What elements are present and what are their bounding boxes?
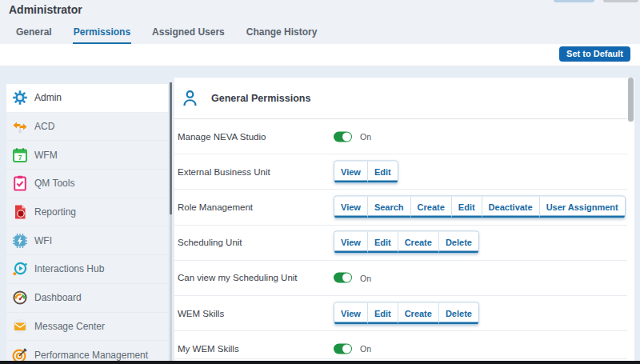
sidebar-item-interactions-hub[interactable]: Interactions Hub <box>6 255 168 284</box>
toggle-switch-on[interactable] <box>334 343 352 354</box>
performance-target-icon <box>12 347 28 361</box>
tab-bar: GeneralPermissionsAssigned UsersChange H… <box>15 25 318 45</box>
gear-icon <box>12 90 28 106</box>
permission-controls: On <box>334 343 371 354</box>
permission-button-group: ViewEdit <box>334 160 398 183</box>
sidebar-item-qm-tools[interactable]: QM Tools <box>6 170 168 198</box>
permission-button-view[interactable]: View <box>334 232 368 254</box>
partial-top-button-gray[interactable] <box>603 0 638 2</box>
partial-top-button-blue[interactable] <box>554 0 594 2</box>
permission-button-view[interactable]: View <box>334 161 368 182</box>
permission-label: External Business Unit <box>178 167 270 177</box>
toggle-state-label: On <box>360 344 371 354</box>
permission-button-search[interactable]: Search <box>368 196 411 218</box>
section-title: General Permissions <box>211 93 310 104</box>
permission-button-group: ViewEditCreateDelete <box>334 231 479 254</box>
person-icon <box>182 90 198 106</box>
permission-button-edit[interactable]: Edit <box>368 232 398 254</box>
sidebar-item-label: Performance Management <box>34 350 148 361</box>
page-title: Administrator <box>9 3 82 16</box>
permission-rows: Manage NEVA StudioOnExternal Business Un… <box>174 119 627 364</box>
toggle-switch-on[interactable] <box>334 131 352 142</box>
permission-button-view[interactable]: View <box>334 196 368 218</box>
permission-row-role-management: Role ManagementViewSearchCreateEditDeact… <box>174 190 627 225</box>
dashboard-gauge-icon <box>12 290 28 306</box>
tab-change-history[interactable]: Change History <box>246 25 318 45</box>
tab-general[interactable]: General <box>15 25 53 45</box>
wfi-chip-icon <box>12 233 28 249</box>
sidebar-item-wfm[interactable]: 7WFM <box>6 141 168 170</box>
permission-row-scheduling-unit: Scheduling UnitViewEditCreateDelete <box>174 226 627 261</box>
tab-permissions[interactable]: Permissions <box>73 25 131 45</box>
message-envelope-icon <box>12 318 28 334</box>
reporting-document-icon <box>12 204 28 220</box>
permission-controls: ViewEditCreateDelete <box>334 231 479 254</box>
permission-button-deactivate[interactable]: Deactivate <box>482 196 540 218</box>
permission-button-edit[interactable]: Edit <box>452 196 482 218</box>
permission-row-can-view-my-scheduling-unit: Can view my Scheduling UnitOn <box>174 261 627 296</box>
permission-button-edit[interactable]: Edit <box>368 161 398 182</box>
permission-button-group: ViewEditCreateDelete <box>334 302 479 325</box>
permission-button-create[interactable]: Create <box>398 302 439 324</box>
permission-label: My WEM Skills <box>178 344 239 354</box>
sidebar: AdminACD7WFMQM ToolsReportingWFIInteract… <box>6 84 168 361</box>
permission-button-group: ViewSearchCreateEditDeactivateUser Assig… <box>334 195 626 218</box>
app-header: Administrator GeneralPermissionsAssigned… <box>0 0 640 44</box>
sidebar-item-label: WFM <box>34 150 58 161</box>
permissions-panel: General Permissions Manage NEVA StudioOn… <box>174 78 634 361</box>
sidebar-item-label: Reporting <box>34 206 76 218</box>
sidebar-item-label: Message Center <box>34 321 105 332</box>
permission-controls: ViewSearchCreateEditDeactivateUser Assig… <box>334 195 626 218</box>
permission-row-wem-skills: WEM SkillsViewEditCreateDelete <box>174 296 627 331</box>
permission-row-manage-neva-studio: Manage NEVA StudioOn <box>174 119 627 154</box>
permission-label: Scheduling Unit <box>178 238 242 247</box>
set-to-default-button[interactable]: Set to Default <box>559 46 630 62</box>
sidebar-item-dashboard[interactable]: Dashboard <box>6 284 168 313</box>
toggle-state-label: On <box>360 273 371 282</box>
sidebar-item-label: Admin <box>34 92 62 103</box>
permission-button-create[interactable]: Create <box>398 232 439 254</box>
permission-button-create[interactable]: Create <box>411 196 452 218</box>
general-permissions-header: General Permissions <box>174 78 627 119</box>
sidebar-item-message-center[interactable]: Message Center <box>6 313 168 342</box>
permission-button-view[interactable]: View <box>334 302 368 324</box>
permission-button-edit[interactable]: Edit <box>368 302 398 324</box>
permission-button-delete[interactable]: Delete <box>439 232 478 254</box>
permission-label: Manage NEVA Studio <box>178 132 266 142</box>
permission-controls: ViewEdit <box>334 160 398 183</box>
toggle-switch-on[interactable] <box>334 273 352 283</box>
wfm-calendar-icon: 7 <box>12 147 28 163</box>
permission-button-delete[interactable]: Delete <box>439 302 478 324</box>
sidebar-item-acd[interactable]: ACD <box>6 113 168 142</box>
permission-row-external-business-unit: External Business UnitViewEdit <box>174 154 627 190</box>
permission-controls: ViewEditCreateDelete <box>334 302 479 325</box>
sidebar-item-performance-management[interactable]: Performance Management <box>6 341 168 361</box>
content-scrollbar-thumb[interactable] <box>628 78 634 122</box>
sidebar-scrollbar-thumb[interactable] <box>170 82 172 214</box>
sidebar-item-label: ACD <box>34 121 54 132</box>
interactions-hub-icon <box>12 261 28 277</box>
sidebar-item-wfi[interactable]: WFI <box>6 226 168 255</box>
permission-label: Can view my Scheduling Unit <box>178 273 298 282</box>
sidebar-item-label: WFI <box>34 235 52 246</box>
permission-label: Role Management <box>178 202 253 212</box>
permission-row-my-wem-skills: My WEM SkillsOn <box>174 331 627 364</box>
sidebar-item-label: Dashboard <box>34 292 82 303</box>
permission-label: WEM Skills <box>178 309 224 318</box>
window-bottom-edge <box>0 361 640 364</box>
toggle-state-label: On <box>360 132 371 142</box>
action-strip: Set to Default <box>0 44 640 66</box>
permission-button-user-assignment[interactable]: User Assignment <box>540 196 625 218</box>
sidebar-item-label: Interactions Hub <box>34 263 104 274</box>
sidebar-item-reporting[interactable]: Reporting <box>6 198 168 227</box>
svg-text:7: 7 <box>18 153 22 161</box>
permission-controls: On <box>334 131 371 142</box>
permission-controls: On <box>334 273 371 283</box>
sidebar-item-label: QM Tools <box>34 178 74 189</box>
acd-arrows-icon <box>12 118 28 134</box>
tab-assigned-users[interactable]: Assigned Users <box>151 25 226 45</box>
qm-clipboard-icon <box>12 175 28 191</box>
sidebar-item-admin[interactable]: Admin <box>6 84 168 113</box>
